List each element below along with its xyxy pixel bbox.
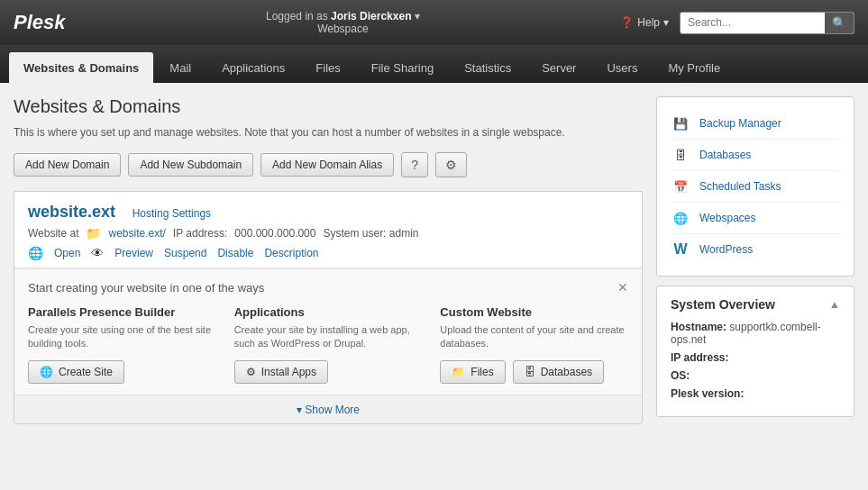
action-buttons: Add New Domain Add New Subdomain Add New… [14,152,643,177]
help-button[interactable]: ❓ Help ▾ [620,16,669,29]
plesk-logo: Plesk [14,11,66,34]
add-domain-button[interactable]: Add New Domain [14,153,121,177]
suspend-link[interactable]: Suspend [164,247,206,259]
domain-actions: 🌐 Open 👁 Preview Suspend Disable Descrip… [28,246,628,260]
sidebar-item-databases[interactable]: 🗄 Databases [671,140,840,171]
tab-file-sharing[interactable]: File Sharing [357,52,448,83]
disable-link[interactable]: Disable [217,247,253,259]
close-button[interactable]: ✕ [617,280,628,295]
applications-title: Applications [234,305,423,319]
scheduled-tasks-link[interactable]: Scheduled Tasks [699,180,781,193]
main-content: Websites & Domains This is where you set… [0,83,868,440]
domain-name-link[interactable]: website.ext [28,203,115,221]
create-site-button[interactable]: 🌐 Create Site [28,360,124,384]
option-custom-website: Custom Website Upload the content of you… [440,305,628,384]
search-input[interactable] [681,13,825,32]
nav-tabs: Websites & Domains Mail Applications Fil… [0,45,868,83]
domain-info: Website at 📁 website.ext/ IP address: 00… [28,226,628,240]
plesk-version-row: Plesk version: [671,387,840,400]
domain-header: website.ext Hosting Settings Website at … [14,192,642,268]
tab-mail[interactable]: Mail [155,52,206,83]
ip-address-label: IP address: [173,227,227,240]
scheduled-tasks-icon: 📅 [671,177,690,196]
open-link[interactable]: Open [54,247,80,259]
presence-builder-desc: Create your site using one of the best s… [28,323,216,351]
options-grid: Parallels Presence Builder Create your s… [28,305,628,384]
option-applications: Applications Create your site by install… [234,305,423,384]
sidebar-item-wordpress[interactable]: W WordPress [671,234,840,265]
settings-icon-button[interactable]: ⚙ [435,152,467,177]
website-at-label: Website at [28,227,78,240]
databases-link[interactable]: Databases [699,149,751,161]
show-more-section: ▾ Show More [14,395,642,423]
applications-desc: Create your site by installing a web app… [234,323,423,351]
domain-url-link[interactable]: website.ext/ [108,227,165,240]
page-title: Websites & Domains [14,96,643,117]
databases-icon: 🗄 [671,145,690,165]
files-button[interactable]: 📁 Files [440,360,505,384]
tab-server[interactable]: Server [527,52,590,83]
top-bar: Plesk Logged in as Joris Dierckxen ▾ Web… [0,0,868,45]
custom-website-desc: Upload the content of your site and crea… [440,323,628,351]
top-bar-right: ❓ Help ▾ 🔍 [620,12,854,34]
system-user: System user: admin [323,227,418,240]
hosting-settings-link[interactable]: Hosting Settings [132,207,211,220]
sidebar-item-scheduled-tasks[interactable]: 📅 Scheduled Tasks [671,171,840,203]
ip-address-value: 000.000.000.000 [234,227,315,240]
backup-manager-icon: 💾 [671,113,690,133]
webspaces-icon: 🌐 [671,208,690,228]
sidebar-tools-card: 💾 Backup Manager 🗄 Databases 📅 Scheduled… [656,96,854,277]
install-apps-button[interactable]: ⚙ Install Apps [234,360,328,384]
custom-website-title: Custom Website [440,305,628,319]
wordpress-link[interactable]: WordPress [699,243,753,256]
tab-files[interactable]: Files [301,52,354,83]
sidebar-item-backup-manager[interactable]: 💾 Backup Manager [671,108,840,140]
tab-my-profile[interactable]: My Profile [653,52,735,83]
system-overview-title: System Overview ▲ [671,297,840,312]
start-creating-section: Start creating your website in one of th… [14,268,642,395]
preview-icon: 👁 [91,246,104,260]
ip-address-row: IP address: [671,351,840,364]
option-presence-builder: Parallels Presence Builder Create your s… [28,305,216,384]
open-icon: 🌐 [28,246,43,260]
os-row: OS: [671,369,840,382]
database-icon: 🗄 [525,366,535,378]
webspaces-link[interactable]: Webspaces [699,212,755,224]
tab-statistics[interactable]: Statistics [450,52,525,83]
logged-in-info: Logged in as Joris Dierckxen ▾ Webspace [266,10,420,35]
preview-link[interactable]: Preview [114,247,153,259]
domain-card: website.ext Hosting Settings Website at … [14,191,643,424]
globe-icon: 🌐 [40,366,53,378]
add-alias-button[interactable]: Add New Domain Alias [260,153,394,177]
search-button[interactable]: 🔍 [825,13,854,33]
databases-button[interactable]: 🗄 Databases [513,360,604,384]
username: Joris Dierckxen [331,10,411,23]
folder-icon-btn: 📁 [452,366,465,378]
start-section-header: Start creating your website in one of th… [28,280,628,295]
custom-website-buttons: 📁 Files 🗄 Databases [440,360,628,384]
presence-builder-title: Parallels Presence Builder [28,305,216,319]
tab-applications[interactable]: Applications [207,52,299,83]
help-icon-button[interactable]: ? [401,152,428,177]
show-more-link[interactable]: ▾ Show More [297,404,360,416]
collapse-button[interactable]: ▲ [829,298,840,311]
tab-websites-domains[interactable]: Websites & Domains [9,52,153,83]
main-panel: Websites & Domains This is where you set… [14,96,643,426]
description-link[interactable]: Description [264,247,318,259]
sidebar-item-webspaces[interactable]: 🌐 Webspaces [671,203,840,234]
question-icon: ❓ [620,16,634,29]
start-section-title: Start creating your website in one of th… [28,281,264,295]
page-description: This is where you set up and manage webs… [14,126,643,139]
system-info: Hostname: supportkb.combell-ops.net IP a… [671,321,840,400]
backup-manager-link[interactable]: Backup Manager [699,117,781,130]
wordpress-icon: W [671,240,690,259]
hostname-row: Hostname: supportkb.combell-ops.net [671,321,840,346]
folder-icon: 📁 [86,226,101,240]
search-box: 🔍 [680,12,854,34]
tab-users[interactable]: Users [592,52,652,83]
gear-icon: ⚙ [246,366,256,378]
add-subdomain-button[interactable]: Add New Subdomain [128,153,253,177]
sidebar: 💾 Backup Manager 🗄 Databases 📅 Scheduled… [656,96,854,426]
system-overview-card: System Overview ▲ Hostname: supportkb.co… [656,286,854,417]
